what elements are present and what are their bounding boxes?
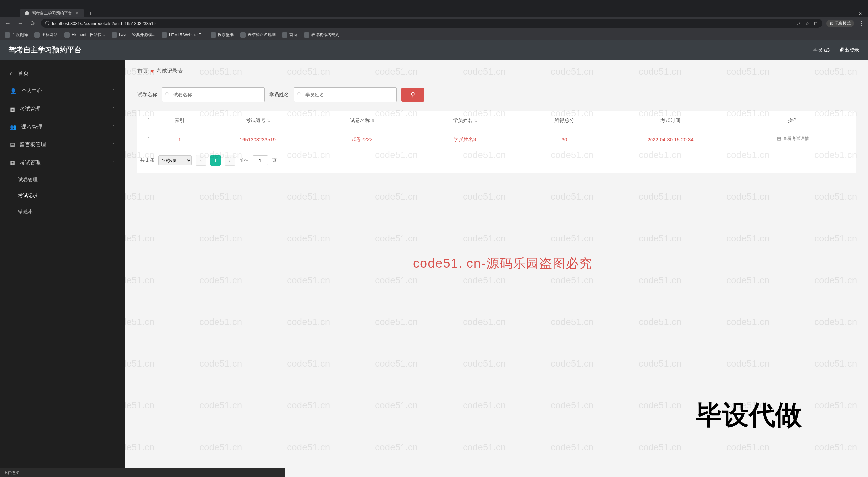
sidebar-item-home[interactable]: ⌂首页 — [0, 64, 125, 82]
sidebar-sub-label: 考试记录 — [18, 193, 38, 199]
sidebar-sub-paper[interactable]: 试卷管理 — [0, 172, 125, 188]
col-time[interactable]: 考试时间 — [611, 117, 730, 124]
sidebar-item-message[interactable]: ▤留言板管理˅ — [0, 136, 125, 154]
cell-time: 2022-04-30 15:20:34 — [611, 137, 730, 142]
close-icon[interactable]: ✕ — [75, 10, 79, 15]
sidebar-item-exam2[interactable]: ▦考试管理˄ — [0, 154, 125, 172]
sidebar-sub-record[interactable]: 考试记录 — [0, 188, 125, 203]
bookmark-item[interactable]: 表结构命名规则 — [240, 32, 276, 38]
heart-icon: ♥ — [151, 68, 154, 74]
bookmark-item[interactable]: 百度翻译 — [5, 32, 28, 38]
student-name-input[interactable] — [294, 88, 397, 102]
search-button[interactable]: ⚲ — [401, 88, 424, 102]
table-header: 索引 考试编号 试卷名称 学员姓名 所得总分 考试时间 操作 — [136, 111, 856, 130]
minimize-button[interactable]: — — [822, 10, 837, 17]
bookmark-item[interactable]: Layui - 经典开源模... — [112, 32, 155, 38]
browser-tab[interactable]: ⬤ 驾考自主学习预约平台 ✕ — [20, 9, 84, 17]
divider — [137, 76, 856, 77]
password-key-icon[interactable]: ⚿ — [814, 21, 818, 26]
view-detail-button[interactable]: ▤ 查看考试详情 — [777, 136, 809, 143]
exam-icon: ▦ — [10, 106, 15, 112]
window-titlebar — [0, 0, 868, 8]
bookmark-item[interactable]: Element - 网站快... — [64, 32, 105, 38]
new-tab-button[interactable]: + — [87, 10, 94, 17]
maximize-button[interactable]: □ — [837, 10, 853, 17]
watermark-center: code51. cn-源码乐园盗图必究 — [413, 255, 592, 272]
breadcrumb: 首页 ♥ 考试记录表 — [125, 60, 868, 76]
pager-next-button[interactable]: › — [225, 155, 236, 166]
bookmark-label: HTML5 Website T... — [169, 33, 204, 37]
bookmark-item[interactable]: 搜索壁纸 — [211, 32, 234, 38]
browser-menu-button[interactable]: ⋮ — [858, 20, 865, 27]
col-paper-name[interactable]: 试卷名称 — [312, 117, 412, 124]
pager-prev-button[interactable]: ‹ — [196, 155, 206, 166]
app-header: 驾考自主学习预约平台 学员 a3 退出登录 — [0, 40, 868, 60]
sidebar-item-label: 个人中心 — [21, 88, 42, 95]
bookmark-item[interactable]: HTML5 Website T... — [162, 32, 204, 38]
breadcrumb-home[interactable]: 首页 — [137, 68, 148, 74]
bookmark-label: Element - 网站快... — [72, 32, 105, 38]
page-size-select[interactable]: 10条/页 — [158, 156, 192, 165]
bookmark-label: 表结构命名规则 — [311, 32, 339, 38]
watermark-ad: 毕设代做 — [695, 398, 802, 433]
translate-icon[interactable]: ⇄ — [797, 21, 801, 26]
bookmark-favicon — [240, 32, 246, 38]
data-table: 索引 考试编号 试卷名称 学员姓名 所得总分 考试时间 操作 1 1651303… — [136, 111, 856, 173]
chevron-up-icon: ˄ — [113, 160, 115, 165]
back-button[interactable]: ← — [3, 19, 12, 28]
col-student-name[interactable]: 学员姓名 — [412, 117, 518, 124]
message-icon: ▤ — [10, 142, 15, 148]
tab-favicon: ⬤ — [25, 10, 29, 15]
site-info-icon[interactable]: ⓘ — [45, 20, 50, 26]
sidebar-item-course[interactable]: 👥课程管理˅ — [0, 118, 125, 136]
search-icon: ⚲ — [165, 92, 169, 98]
col-index[interactable]: 索引 — [156, 117, 203, 124]
bookmark-label: 搜索壁纸 — [218, 32, 234, 38]
cell-student-name: 学员姓名3 — [412, 136, 518, 143]
bookmark-label: 百度翻译 — [12, 32, 28, 38]
current-user-label[interactable]: 学员 a3 — [813, 47, 830, 53]
search-bar: 试卷名称 ⚲ 学员姓名 ⚲ ⚲ — [125, 83, 868, 111]
close-button[interactable]: ✕ — [853, 10, 868, 17]
sidebar-item-label: 留言板管理 — [20, 141, 46, 148]
forward-button[interactable]: → — [16, 19, 25, 28]
bookmark-favicon — [5, 32, 10, 38]
chevron-down-icon: ˅ — [113, 89, 115, 93]
incognito-icon: ◐ — [830, 21, 833, 26]
sidebar-sub-wrong[interactable]: 错题本 — [0, 203, 125, 219]
search-icon: ⚲ — [297, 92, 301, 98]
reload-button[interactable]: ⟳ — [29, 19, 37, 28]
document-icon: ▤ — [777, 136, 781, 141]
col-operation: 操作 — [730, 117, 856, 124]
bookmark-label: Layui - 经典开源模... — [119, 32, 155, 38]
sidebar-item-exam[interactable]: ▦考试管理˅ — [0, 100, 125, 118]
logout-button[interactable]: 退出登录 — [839, 47, 859, 53]
incognito-badge[interactable]: ◐ 无痕模式 — [826, 20, 854, 27]
url-input[interactable]: ⓘ localhost:8081/#/examredetails?uuid=16… — [41, 19, 822, 28]
cell-exam-number: 1651303233519 — [203, 137, 312, 142]
bookmark-favicon — [34, 32, 40, 38]
paper-name-input[interactable] — [162, 88, 265, 102]
col-exam-number[interactable]: 考试编号 — [203, 117, 312, 124]
bookmark-item[interactable]: 首页 — [282, 32, 298, 38]
sidebar-sub-label: 试卷管理 — [18, 176, 38, 183]
select-all-checkbox[interactable] — [145, 118, 149, 122]
pager-page-1[interactable]: 1 — [210, 155, 221, 166]
pager-goto-suffix: 页 — [272, 157, 277, 163]
student-name-label: 学员姓名 — [269, 92, 289, 98]
bookmark-favicon — [304, 32, 309, 38]
bookmark-favicon — [112, 32, 117, 38]
bookmark-star-icon[interactable]: ☆ — [805, 21, 809, 26]
sidebar-item-profile[interactable]: 👤个人中心˅ — [0, 82, 125, 100]
sidebar-item-label: 考试管理 — [20, 159, 41, 166]
row-checkbox[interactable] — [145, 137, 149, 141]
bookmark-item[interactable]: 表结构命名规则 — [304, 32, 339, 38]
col-score[interactable]: 所得总分 — [518, 117, 611, 124]
bookmark-label: 图标网站 — [42, 32, 58, 38]
bookmark-item[interactable]: 图标网站 — [34, 32, 58, 38]
pager-total: 共 1 条 — [140, 157, 155, 163]
pager-goto-input[interactable] — [253, 156, 268, 165]
app-title: 驾考自主学习预约平台 — [9, 45, 82, 55]
bookmark-favicon — [211, 32, 216, 38]
bookmark-favicon — [64, 32, 70, 38]
